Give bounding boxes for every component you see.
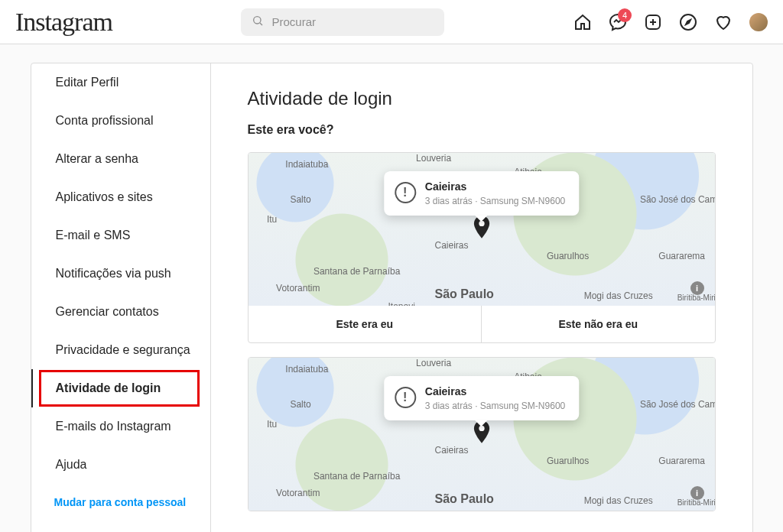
this-was-not-me-button[interactable]: Este não era eu xyxy=(481,306,715,342)
activity-heart-icon[interactable] xyxy=(714,13,733,31)
sidebar-item-professional-account[interactable]: Conta profissional xyxy=(31,102,210,140)
map-label: São José dos Campos xyxy=(640,194,715,205)
map-label: Mogi das Cruzes xyxy=(584,495,653,506)
login-location: Caieiras xyxy=(425,180,565,193)
sidebar-item-change-password[interactable]: Alterar a senha xyxy=(31,140,210,178)
map-label: Indaiatuba xyxy=(285,364,328,375)
sidebar-item-login-activity[interactable]: Atividade de login xyxy=(31,369,210,407)
page-title: Atividade de login xyxy=(248,88,716,109)
map-info-icon[interactable]: i xyxy=(690,486,704,500)
switch-account-link[interactable]: Mudar para conta pessoal xyxy=(31,484,210,521)
map-label: Itu xyxy=(267,419,277,430)
home-icon[interactable] xyxy=(573,13,592,31)
alert-icon: ! xyxy=(395,387,416,408)
map-label: Guarulhos xyxy=(547,456,589,466)
map-label: Louveria xyxy=(416,358,451,368)
sidebar-item-instagram-emails[interactable]: E-mails do Instagram xyxy=(31,407,210,446)
explore-icon[interactable] xyxy=(679,13,697,31)
settings-page: Editar Perfil Conta profissional Alterar… xyxy=(31,63,753,532)
alert-icon: ! xyxy=(395,182,416,203)
instagram-logo[interactable]: Instagram xyxy=(15,8,112,37)
login-meta: 3 dias atrás · Samsung SM-N9600 xyxy=(425,196,565,206)
avatar[interactable] xyxy=(749,13,768,31)
map-label: Votorantim xyxy=(276,488,320,498)
sidebar-item-apps-websites[interactable]: Aplicativos e sites xyxy=(31,178,210,216)
search-icon xyxy=(252,15,264,29)
map-label: Guarulhos xyxy=(547,251,589,261)
map-label: Louveria xyxy=(416,153,451,164)
map-label: Itapevi xyxy=(388,301,415,306)
sidebar-item-edit-profile[interactable]: Editar Perfil xyxy=(31,63,210,102)
login-location: Caieiras xyxy=(425,385,565,397)
sidebar-item-email-sms[interactable]: E-mail e SMS xyxy=(31,216,210,255)
map-label: Caieiras xyxy=(435,240,469,251)
login-map[interactable]: Indaiatuba Louveria Atibaia Salto Itu Sã… xyxy=(249,153,715,306)
login-meta: 3 dias atrás · Samsung SM-N9600 xyxy=(425,401,565,411)
login-map[interactable]: Indaiatuba Louveria Atibaia Salto Itu Sã… xyxy=(249,358,715,511)
login-activity-card: Indaiatuba Louveria Atibaia Salto Itu Sã… xyxy=(248,357,716,511)
map-info-icon[interactable]: i xyxy=(690,281,704,295)
page-subtitle: Este era você? xyxy=(248,123,716,137)
login-activity-card: Indaiatuba Louveria Atibaia Salto Itu Sã… xyxy=(248,152,716,343)
messenger-icon[interactable]: 4 xyxy=(609,13,627,31)
login-card-actions: Este era eu Este não era eu xyxy=(249,306,715,342)
map-label: Santana de Parnaíba xyxy=(314,266,400,277)
map-label: Guararema xyxy=(658,251,705,261)
map-label: Salto xyxy=(290,399,310,410)
sidebar-item-privacy-security[interactable]: Privacidade e segurança xyxy=(31,331,210,369)
settings-sidebar: Editar Perfil Conta profissional Alterar… xyxy=(31,63,211,532)
map-label: São Paulo xyxy=(435,492,494,506)
map-label: Salto xyxy=(290,194,310,205)
sidebar-item-push-notifications[interactable]: Notificações via push xyxy=(31,255,210,293)
map-label: São Paulo xyxy=(435,287,494,301)
map-label: Caieiras xyxy=(435,445,469,456)
map-label: São José dos Campos xyxy=(640,399,715,410)
map-label: Indaiatuba xyxy=(285,159,328,170)
map-label: Mogi das Cruzes xyxy=(584,290,653,301)
sidebar-item-help[interactable]: Ajuda xyxy=(31,446,210,484)
map-label: Itu xyxy=(267,214,277,225)
nav-icons: 4 xyxy=(573,13,768,31)
sidebar-item-manage-contacts[interactable]: Gerenciar contatos xyxy=(31,293,210,331)
search-input[interactable]: Procurar xyxy=(241,8,444,36)
new-post-icon[interactable] xyxy=(644,13,662,31)
map-label: Santana de Parnaíba xyxy=(314,471,400,482)
search-placeholder: Procurar xyxy=(271,15,316,28)
map-label: Votorantim xyxy=(276,283,320,294)
map-label: Guararema xyxy=(658,456,705,466)
login-info-popup: ! Caieiras 3 dias atrás · Samsung SM-N96… xyxy=(384,171,579,216)
messenger-badge: 4 xyxy=(618,8,632,22)
svg-line-1 xyxy=(260,23,262,25)
svg-point-0 xyxy=(254,17,261,24)
content-area: Atividade de login Este era você? Indaia… xyxy=(211,63,752,532)
top-bar: Instagram Procurar 4 xyxy=(0,0,783,44)
login-info-popup: ! Caieiras 3 dias atrás · Samsung SM-N96… xyxy=(384,376,579,420)
svg-marker-6 xyxy=(686,20,690,24)
this-was-me-button[interactable]: Este era eu xyxy=(249,306,482,342)
